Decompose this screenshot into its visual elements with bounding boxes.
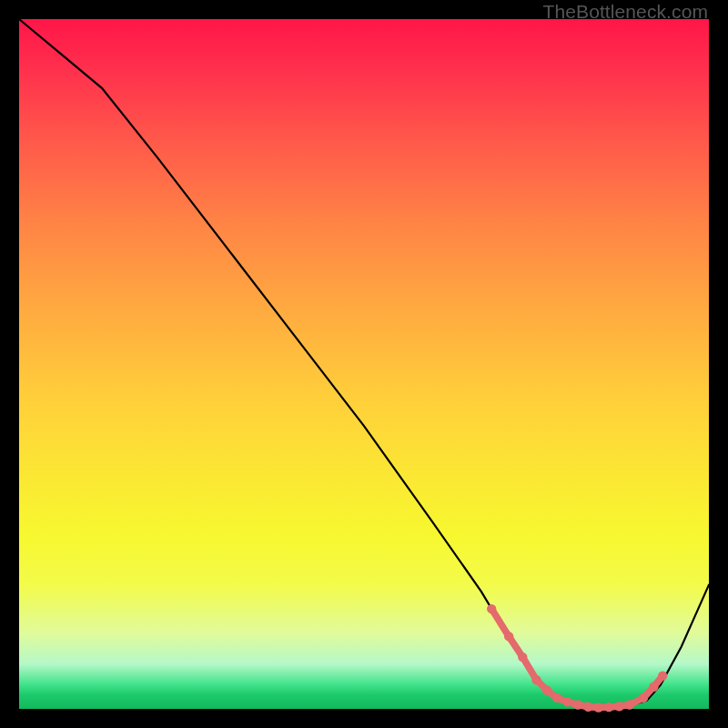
chart-svg: [19, 19, 709, 709]
marker-dot: [625, 700, 634, 709]
marker-dot: [658, 671, 667, 680]
marker-dot: [604, 703, 613, 712]
marker-dot: [562, 697, 571, 706]
marker-dot: [614, 702, 623, 711]
marker-dot: [504, 632, 513, 641]
marker-dot: [594, 703, 603, 712]
marker-dot: [552, 693, 561, 703]
marker-dot: [583, 703, 592, 712]
marker-dot: [487, 604, 496, 613]
marker-dot: [639, 693, 648, 703]
marker-dot: [649, 682, 658, 692]
marker-line: [491, 609, 662, 707]
marker-dot: [531, 675, 541, 684]
marker-dot: [518, 652, 527, 662]
marker-dot: [573, 700, 582, 709]
bottleneck-curve: [19, 19, 709, 708]
chart-frame: TheBottleneck.com: [0, 0, 728, 728]
marker-dot: [542, 685, 551, 694]
highlight-markers: [487, 604, 667, 713]
